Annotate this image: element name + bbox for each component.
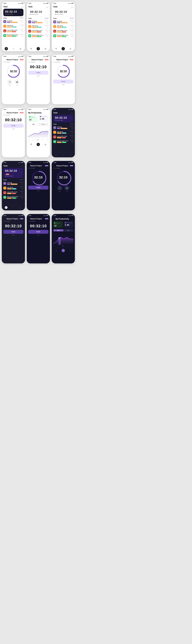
finish-button-5[interactable]: Finish — [28, 71, 48, 74]
active-timer-card-10[interactable]: 00:32:10 WORK › Rasion Project — [3, 168, 23, 178]
quit-button-7[interactable]: Quit — [3, 128, 23, 130]
play-btn-10d[interactable]: ▶ — [21, 197, 23, 199]
play-btn-2b[interactable]: ▶ — [46, 26, 48, 28]
play-button-html[interactable]: ▶ — [21, 30, 23, 32]
see-all-link-10[interactable]: See All — [20, 179, 23, 180]
wifi-icon-10: ◈ — [21, 162, 22, 163]
dots-menu-9[interactable]: ... — [71, 112, 73, 114]
play-button-ui[interactable]: ▶ — [21, 21, 23, 23]
nav-add-2[interactable]: ＋ — [37, 47, 40, 50]
tab-week[interactable]: Week — [38, 123, 48, 125]
nav-productivity-8[interactable]: ◷ — [44, 143, 47, 146]
nav-timer-10[interactable]: ◷ — [19, 206, 22, 210]
dots-menu-10[interactable]: ... — [21, 164, 23, 167]
active-timer-card-3[interactable]: 00:32:10 › Rasion Project — [53, 9, 73, 16]
nav-home-8[interactable]: ⏱ — [30, 143, 33, 146]
productivity-title-15: My Productivity — [56, 218, 69, 220]
work-badge-10: WORK — [6, 174, 9, 175]
finish-button-7[interactable]: Finish — [3, 124, 23, 128]
play-btn-2d[interactable]: ▶ — [46, 35, 48, 38]
task-icon-html: 💻 — [3, 29, 6, 32]
play-btn-3c[interactable]: ▶ — [71, 31, 73, 33]
wifi-icon-5: ◈ — [46, 56, 47, 57]
play-btn-9b[interactable]: ▶ — [71, 132, 73, 134]
big-timer-7: 00:32:10 — [3, 118, 23, 122]
play-button-situp[interactable]: ▶ — [21, 26, 23, 28]
signal-icon-5: ▲▲▲ — [43, 56, 46, 57]
nav-timer-2[interactable]: ◷ — [44, 47, 47, 50]
finish-button-14[interactable]: Finish — [28, 230, 48, 234]
big-timer-5: 00:32:10 — [28, 64, 48, 69]
finish-button-6[interactable]: Finish — [53, 80, 73, 84]
play-button-book[interactable]: ▶ — [21, 35, 23, 37]
back-button-4[interactable]: ← — [3, 59, 5, 60]
nav-home[interactable]: ● — [5, 47, 8, 50]
dark-tab-day[interactable]: Day — [54, 230, 63, 231]
play-btn-9c[interactable]: ▶ — [71, 136, 73, 138]
nav-timer-3[interactable]: ◷ — [69, 47, 72, 50]
active-timer-card[interactable]: 00:32:10 › Rasion Project — [3, 9, 23, 16]
active-timer-card-2[interactable]: 00:32:10 › Rasion Project — [28, 9, 48, 16]
nav-home-2[interactable]: ⏱ — [30, 47, 33, 50]
play-btn-10c[interactable]: ▶ — [21, 192, 23, 194]
back-button-7[interactable]: ← — [3, 112, 5, 114]
dots-menu-3[interactable]: ... — [71, 6, 73, 8]
back-button-12[interactable]: ← — [53, 165, 55, 166]
wifi-icon-15: ◈ — [71, 215, 72, 216]
nav-home-3[interactable]: ⏱ — [55, 47, 58, 50]
circle-timer-12: 32:10 — [57, 171, 70, 184]
play-btn-3a[interactable]: ▶ — [71, 22, 73, 24]
nav-home-15[interactable]: ⏱ — [55, 249, 58, 252]
play-btn-2a[interactable]: ▶ — [46, 22, 48, 24]
nav-timer[interactable]: ◷ — [19, 47, 22, 50]
dark-tab-week[interactable]: Week — [63, 230, 73, 231]
play-btn-9d[interactable]: ▶ — [71, 141, 73, 143]
quit-button-5[interactable]: Quit — [28, 75, 48, 76]
back-button-13[interactable]: ← — [3, 218, 5, 220]
nav-timer-9[interactable]: ◷ — [69, 153, 72, 156]
pause-control-12[interactable]: ⏸ Pause — [57, 186, 62, 192]
play-btn-3d[interactable]: ▶ — [71, 35, 73, 38]
play-btn-9a[interactable]: ▶ — [71, 127, 73, 129]
see-all-link[interactable]: See All — [20, 18, 23, 19]
finish-button-13[interactable]: Finish — [3, 230, 23, 234]
play-btn-10b[interactable]: ▶ — [21, 188, 23, 190]
nav-timer-15[interactable]: ◷ — [69, 249, 72, 252]
quit-button-13[interactable]: Quit — [3, 234, 23, 236]
play-btn-10a[interactable]: ▶ — [21, 183, 23, 185]
task-item-10b: 💪 100x Sit-Up Personal Workout 00:14:06 … — [3, 186, 23, 190]
back-button-5[interactable]: ← — [28, 59, 30, 60]
dots-menu-2[interactable]: ... — [46, 6, 48, 8]
task-item-9a: 🎨 UI Design Work Rasion Project 00:32:50… — [53, 126, 73, 130]
dots-menu[interactable]: ... — [21, 6, 23, 8]
nav-add-10[interactable]: ＋ — [11, 206, 15, 210]
nav-home-10[interactable]: ● — [5, 206, 7, 209]
back-header-7: ← Rasion Project WORK — [3, 112, 23, 114]
back-button-6[interactable]: ← — [53, 59, 55, 60]
nav-add-15[interactable]: ＋ — [62, 249, 65, 252]
nav-add[interactable]: ＋ — [12, 47, 15, 50]
see-all-link-3[interactable]: See All — [70, 18, 73, 19]
nav-add-8[interactable]: ＋ — [37, 143, 40, 146]
quit-button-14[interactable]: Quit — [28, 234, 48, 236]
see-all-link-9[interactable]: See All — [70, 124, 73, 125]
nav-add-3[interactable]: ＋ — [62, 47, 65, 50]
active-timer-card-9[interactable]: 00:32:10 › Rasion Project — [53, 115, 73, 122]
see-all-link-2[interactable]: See All — [45, 18, 48, 19]
play-btn-3b[interactable]: ▶ — [71, 26, 73, 28]
quit-control-12[interactable]: ⏹ Quit — [65, 186, 69, 192]
screen-title-2: Task ... — [28, 6, 48, 8]
play-btn-2c[interactable]: ▶ — [46, 31, 48, 33]
quit-button-11[interactable]: Quit — [28, 190, 48, 192]
wifi-icon-14: ◈ — [46, 215, 47, 216]
nav-add-9[interactable]: ＋ — [62, 153, 65, 156]
nav-home-9[interactable]: ● — [55, 153, 58, 156]
task-item-10c: 💻 Learn HTML & CSS Personal Coding 00:24… — [3, 190, 23, 195]
pause-control[interactable]: ⏸ Pause — [7, 80, 12, 86]
quit-button-6[interactable]: Quit — [53, 84, 73, 86]
tab-day[interactable]: Day — [28, 123, 38, 125]
status-bar-3: 12:22 ▲▲▲ ◈ ▮ — [52, 2, 75, 4]
quit-control[interactable]: ⏹ Quit — [15, 80, 19, 86]
back-button-15[interactable]: ← — [53, 218, 55, 220]
finish-button-11[interactable]: Finish — [28, 186, 48, 190]
